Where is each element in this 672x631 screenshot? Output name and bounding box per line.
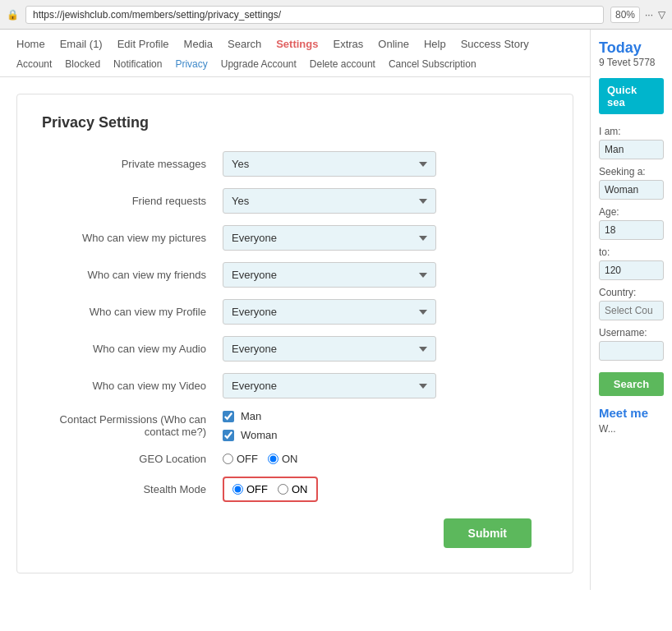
- view-audio-row: Who can view my Audio Everyone Friends N…: [42, 336, 548, 362]
- lock-icon: 🔒: [7, 9, 19, 21]
- stealth-on-item[interactable]: ON: [278, 483, 308, 495]
- contact-woman-label: Woman: [241, 429, 278, 441]
- private-messages-control: Yes No: [223, 151, 548, 177]
- country-input[interactable]: [599, 301, 664, 320]
- view-video-label: Who can view my Video: [42, 380, 223, 392]
- nav-home[interactable]: Home: [16, 38, 45, 50]
- search-button[interactable]: Search: [599, 372, 664, 396]
- geo-on-item[interactable]: ON: [268, 453, 298, 465]
- private-messages-select[interactable]: Yes No: [223, 151, 436, 177]
- seeking-input[interactable]: [599, 180, 664, 200]
- subnav-cancel[interactable]: Cancel Subscription: [389, 58, 476, 70]
- nav-email[interactable]: Email (1): [60, 38, 103, 50]
- subnav-privacy[interactable]: Privacy: [175, 58, 207, 70]
- nav-edit-profile[interactable]: Edit Profile: [117, 38, 169, 50]
- view-audio-control: Everyone Friends Nobody: [223, 336, 548, 362]
- contact-permissions-control: Man Woman: [223, 410, 548, 441]
- geo-location-row: GEO Location OFF ON: [42, 453, 548, 465]
- subnav-blocked[interactable]: Blocked: [65, 58, 100, 70]
- submit-button[interactable]: Submit: [444, 518, 532, 548]
- age-label: Age:: [599, 206, 664, 218]
- age-to-field: to:: [599, 246, 664, 280]
- view-video-control: Everyone Friends Nobody: [223, 373, 548, 398]
- geo-off-label: OFF: [237, 453, 258, 465]
- view-profile-label: Who can view my Profile: [42, 306, 223, 318]
- geo-location-label: GEO Location: [42, 453, 223, 465]
- view-pictures-control: Everyone Friends Nobody: [223, 225, 548, 251]
- view-video-select[interactable]: Everyone Friends Nobody: [223, 373, 436, 398]
- more-menu[interactable]: ···: [645, 9, 653, 21]
- reader-icon[interactable]: ▽: [658, 9, 665, 21]
- view-friends-control: Everyone Friends Nobody: [223, 262, 548, 288]
- view-profile-select[interactable]: Everyone Friends Nobody: [223, 299, 436, 325]
- view-audio-label: Who can view my Audio: [42, 343, 223, 355]
- sidebar: Today 9 Tevet 5778 Quick sea I am: Seeki…: [590, 30, 672, 590]
- primary-nav: Home Email (1) Edit Profile Media Search…: [16, 30, 573, 55]
- nav-search[interactable]: Search: [228, 38, 261, 50]
- nav-settings[interactable]: Settings: [276, 38, 318, 50]
- nav-extras[interactable]: Extras: [334, 38, 364, 50]
- view-video-row: Who can view my Video Everyone Friends N…: [42, 373, 548, 398]
- contact-woman-item[interactable]: Woman: [223, 429, 548, 441]
- browser-zoom: 80%: [610, 7, 640, 23]
- stealth-on-radio[interactable]: [278, 484, 288, 495]
- meet-me-content: W...: [599, 423, 664, 435]
- stealth-mode-control: OFF ON: [223, 477, 548, 502]
- private-messages-label: Private messages: [42, 158, 223, 170]
- view-pictures-label: Who can view my pictures: [42, 232, 223, 244]
- geo-off-item[interactable]: OFF: [223, 453, 258, 465]
- subnav-upgrade[interactable]: Upgrade Account: [221, 58, 297, 70]
- friend-requests-select[interactable]: Yes No: [223, 188, 436, 214]
- view-friends-row: Who can view my friends Everyone Friends…: [42, 262, 548, 288]
- nav-online[interactable]: Online: [378, 38, 409, 50]
- view-profile-row: Who can view my Profile Everyone Friends…: [42, 299, 548, 325]
- username-label: Username:: [599, 327, 664, 339]
- subnav-account[interactable]: Account: [16, 58, 52, 70]
- contact-woman-checkbox[interactable]: [223, 430, 234, 441]
- quick-search-button[interactable]: Quick sea: [599, 78, 664, 114]
- subnav-notification[interactable]: Notification: [113, 58, 162, 70]
- nav-success-story[interactable]: Success Story: [461, 38, 529, 50]
- stealth-off-radio[interactable]: [232, 484, 243, 495]
- contact-man-checkbox[interactable]: [223, 411, 234, 422]
- age-from-input[interactable]: [599, 220, 664, 240]
- stealth-mode-row: Stealth Mode OFF ON: [42, 477, 548, 502]
- age-to-label: to:: [599, 246, 664, 258]
- contact-man-item[interactable]: Man: [223, 410, 548, 422]
- iam-input[interactable]: [599, 140, 664, 159]
- country-field: Country:: [599, 287, 664, 320]
- stealth-on-label: ON: [292, 483, 308, 495]
- friend-requests-row: Friend requests Yes No: [42, 188, 548, 214]
- privacy-title: Privacy Setting: [42, 114, 548, 131]
- contact-man-label: Man: [241, 410, 261, 422]
- view-audio-select[interactable]: Everyone Friends Nobody: [223, 336, 436, 362]
- view-friends-select[interactable]: Everyone Friends Nobody: [223, 262, 436, 288]
- view-pictures-select[interactable]: Everyone Friends Nobody: [223, 225, 436, 251]
- privacy-panel: Privacy Setting Private messages Yes No …: [16, 94, 573, 573]
- subnav-delete[interactable]: Delete account: [310, 58, 375, 70]
- view-pictures-row: Who can view my pictures Everyone Friend…: [42, 225, 548, 251]
- today-label: Today: [599, 39, 664, 57]
- stealth-mode-label: Stealth Mode: [42, 483, 223, 495]
- country-label: Country:: [599, 287, 664, 298]
- sidebar-today: Today 9 Tevet 5778: [599, 39, 664, 68]
- age-to-input[interactable]: [599, 260, 664, 280]
- username-field: Username:: [599, 327, 664, 361]
- submit-row: Submit: [42, 518, 548, 548]
- geo-off-radio[interactable]: [223, 454, 233, 464]
- contact-permissions-row: Contact Permissions (Who can contact me?…: [42, 410, 548, 441]
- stealth-off-item[interactable]: OFF: [232, 483, 268, 495]
- browser-controls: 80% ··· ▽: [610, 7, 665, 23]
- view-friends-label: Who can view my friends: [42, 269, 223, 281]
- friend-requests-label: Friend requests: [42, 195, 223, 207]
- nav-help: Help: [424, 38, 446, 50]
- seeking-label: Seeking a:: [599, 166, 664, 177]
- username-input[interactable]: [599, 341, 664, 361]
- contact-permissions-label: Contact Permissions (Who can contact me?…: [42, 410, 223, 438]
- top-nav: Home Email (1) Edit Profile Media Search…: [0, 30, 590, 77]
- meet-me-label: Meet me: [599, 406, 664, 420]
- browser-url[interactable]: https://jewishclub.com/members/setting/p…: [25, 6, 604, 24]
- stealth-off-label: OFF: [246, 483, 268, 495]
- geo-on-radio[interactable]: [268, 454, 278, 464]
- nav-media[interactable]: Media: [184, 38, 213, 50]
